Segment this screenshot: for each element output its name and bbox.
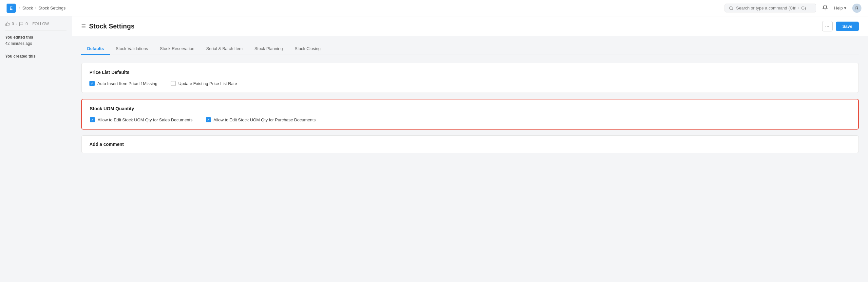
tab-serial-batch-item[interactable]: Serial & Batch Item bbox=[200, 43, 249, 55]
page-title: Stock Settings bbox=[89, 23, 135, 30]
tab-defaults[interactable]: Defaults bbox=[81, 43, 110, 55]
breadcrumb-stock[interactable]: Stock bbox=[22, 6, 33, 10]
stock-uom-title: Stock UOM Quantity bbox=[90, 106, 850, 111]
follow-label[interactable]: FOLLOW bbox=[32, 22, 49, 26]
auto-insert-cb-icon bbox=[89, 81, 95, 86]
tab-stock-planning[interactable]: Stock Planning bbox=[249, 43, 289, 55]
app-logo[interactable]: E bbox=[6, 4, 16, 13]
tab-bar: Defaults Stock Validations Stock Reserva… bbox=[81, 43, 859, 55]
sidebar-edit-info: You edited this 42 minutes ago You creat… bbox=[5, 34, 66, 60]
allow-purchase-label: Allow to Edit Stock UOM Qty for Purchase… bbox=[214, 117, 316, 122]
allow-sales-cb-icon bbox=[90, 117, 95, 122]
auto-insert-checkbox[interactable]: Auto Insert Item Price If Missing bbox=[89, 81, 158, 86]
allow-sales-checkbox[interactable]: Allow to Edit Stock UOM Qty for Sales Do… bbox=[90, 117, 193, 122]
comment-title: Add a comment bbox=[89, 142, 850, 147]
page-title-area: ☰ Stock Settings bbox=[81, 23, 135, 30]
breadcrumb: › Stock › Stock Settings bbox=[19, 6, 65, 10]
like-icon bbox=[5, 22, 10, 26]
tab-stock-validations[interactable]: Stock Validations bbox=[110, 43, 154, 55]
update-existing-cb-icon bbox=[170, 81, 176, 86]
tab-stock-reservation[interactable]: Stock Reservation bbox=[154, 43, 200, 55]
save-button[interactable]: Save bbox=[836, 22, 859, 31]
allow-purchase-cb-icon bbox=[206, 117, 211, 122]
search-bar[interactable] bbox=[724, 4, 816, 12]
tab-stock-closing[interactable]: Stock Closing bbox=[289, 43, 327, 55]
sidebar-divider bbox=[5, 30, 66, 30]
main-content: ☰ Stock Settings ··· Save Defaults Stock… bbox=[72, 16, 868, 282]
price-list-title: Price List Defaults bbox=[89, 70, 850, 75]
comment-icon bbox=[19, 22, 24, 26]
svg-line-1 bbox=[732, 9, 733, 10]
comment-section: Add a comment bbox=[81, 135, 859, 153]
user-avatar[interactable]: R bbox=[852, 4, 862, 13]
search-icon bbox=[729, 6, 733, 10]
svg-point-0 bbox=[730, 6, 733, 9]
top-navigation: E › Stock › Stock Settings Help ▾ R bbox=[0, 0, 868, 16]
auto-insert-label: Auto Insert Item Price If Missing bbox=[97, 81, 158, 86]
topnav-right: Help ▾ R bbox=[724, 4, 862, 13]
help-button[interactable]: Help ▾ bbox=[834, 6, 846, 10]
content-area: Defaults Stock Validations Stock Reserva… bbox=[72, 36, 868, 160]
sidebar: 0 · 0 FOLLOW You edited this 42 minutes … bbox=[0, 16, 72, 282]
more-options-button[interactable]: ··· bbox=[822, 21, 833, 31]
page-wrapper: 0 · 0 FOLLOW You edited this 42 minutes … bbox=[0, 16, 868, 282]
update-existing-checkbox[interactable]: Update Existing Price List Rate bbox=[170, 81, 237, 86]
search-input[interactable] bbox=[736, 6, 812, 10]
price-list-defaults-section: Price List Defaults Auto Insert Item Pri… bbox=[81, 63, 859, 93]
allow-purchase-checkbox[interactable]: Allow to Edit Stock UOM Qty for Purchase… bbox=[206, 117, 316, 122]
allow-sales-label: Allow to Edit Stock UOM Qty for Sales Do… bbox=[98, 117, 193, 122]
notification-bell-icon[interactable] bbox=[822, 5, 828, 12]
price-list-fields: Auto Insert Item Price If Missing Update… bbox=[89, 81, 850, 86]
breadcrumb-stock-settings[interactable]: Stock Settings bbox=[38, 6, 65, 10]
page-header: ☰ Stock Settings ··· Save bbox=[72, 16, 868, 36]
header-actions: ··· Save bbox=[822, 21, 859, 31]
sidebar-counters: 0 · 0 FOLLOW bbox=[5, 22, 66, 26]
stock-uom-section: Stock UOM Quantity Allow to Edit Stock U… bbox=[81, 99, 859, 130]
hamburger-icon[interactable]: ☰ bbox=[81, 23, 86, 29]
stock-uom-fields: Allow to Edit Stock UOM Qty for Sales Do… bbox=[90, 117, 850, 122]
update-existing-label: Update Existing Price List Rate bbox=[179, 81, 237, 86]
